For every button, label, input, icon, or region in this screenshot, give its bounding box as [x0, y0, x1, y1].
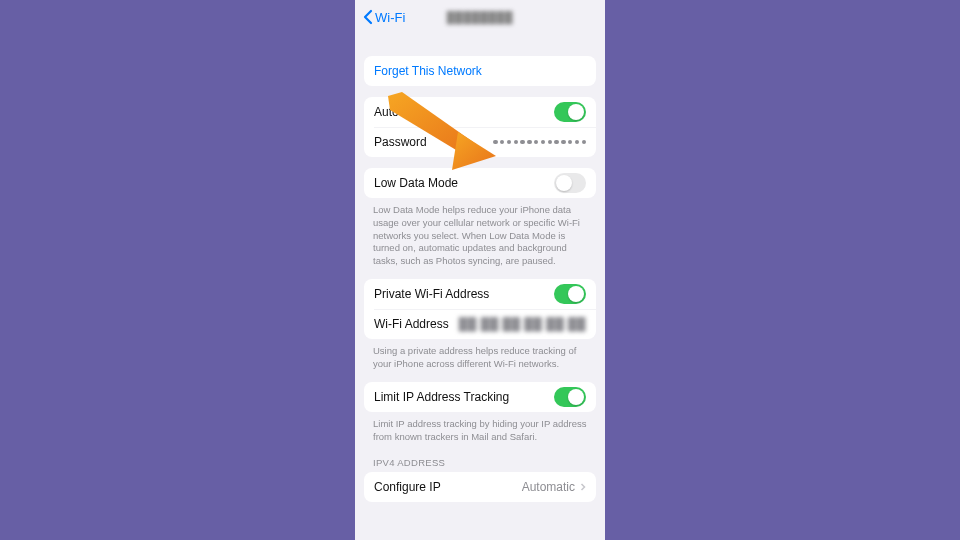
low-data-label: Low Data Mode [374, 176, 554, 190]
ipv4-header: IPV4 ADDRESS [373, 457, 587, 468]
connection-group: Auto-Join Password [364, 97, 596, 157]
limit-tracking-group: Limit IP Address Tracking [364, 382, 596, 412]
low-data-footer: Low Data Mode helps reduce your iPhone d… [373, 204, 587, 268]
limit-tracking-footer: Limit IP address tracking by hiding your… [373, 418, 587, 444]
password-row[interactable]: Password [364, 127, 596, 157]
private-address-row: Private Wi-Fi Address [364, 279, 596, 309]
wifi-address-row: Wi-Fi Address ██:██:██:██:██:██ [364, 309, 596, 339]
chevron-right-icon [580, 482, 586, 492]
configure-ip-row[interactable]: Configure IP Automatic [364, 472, 596, 502]
auto-join-row: Auto-Join [364, 97, 596, 127]
password-value [493, 140, 586, 145]
private-address-label: Private Wi-Fi Address [374, 287, 554, 301]
limit-tracking-label: Limit IP Address Tracking [374, 390, 554, 404]
auto-join-toggle[interactable] [554, 102, 586, 122]
back-label: Wi-Fi [375, 10, 405, 25]
page-title: ████████ [447, 11, 513, 23]
configure-ip-value: Automatic [522, 480, 575, 494]
auto-join-label: Auto-Join [374, 105, 554, 119]
phone-screen: Wi-Fi ████████ Forget This Network Auto-… [355, 0, 605, 540]
ipv4-group: Configure IP Automatic [364, 472, 596, 502]
nav-bar: Wi-Fi ████████ [355, 0, 605, 34]
forget-label: Forget This Network [374, 64, 482, 78]
password-label: Password [374, 135, 493, 149]
low-data-group: Low Data Mode [364, 168, 596, 198]
wifi-address-value: ██:██:██:██:██:██ [459, 317, 586, 331]
private-address-group: Private Wi-Fi Address Wi-Fi Address ██:█… [364, 279, 596, 339]
wifi-address-label: Wi-Fi Address [374, 317, 459, 331]
low-data-row: Low Data Mode [364, 168, 596, 198]
private-address-toggle[interactable] [554, 284, 586, 304]
limit-tracking-toggle[interactable] [554, 387, 586, 407]
forget-network-button[interactable]: Forget This Network [364, 56, 596, 86]
configure-ip-label: Configure IP [374, 480, 522, 494]
low-data-toggle[interactable] [554, 173, 586, 193]
forget-group: Forget This Network [364, 56, 596, 86]
chevron-left-icon [363, 9, 373, 25]
back-button[interactable]: Wi-Fi [363, 9, 405, 25]
limit-tracking-row: Limit IP Address Tracking [364, 382, 596, 412]
private-address-footer: Using a private address helps reduce tra… [373, 345, 587, 371]
